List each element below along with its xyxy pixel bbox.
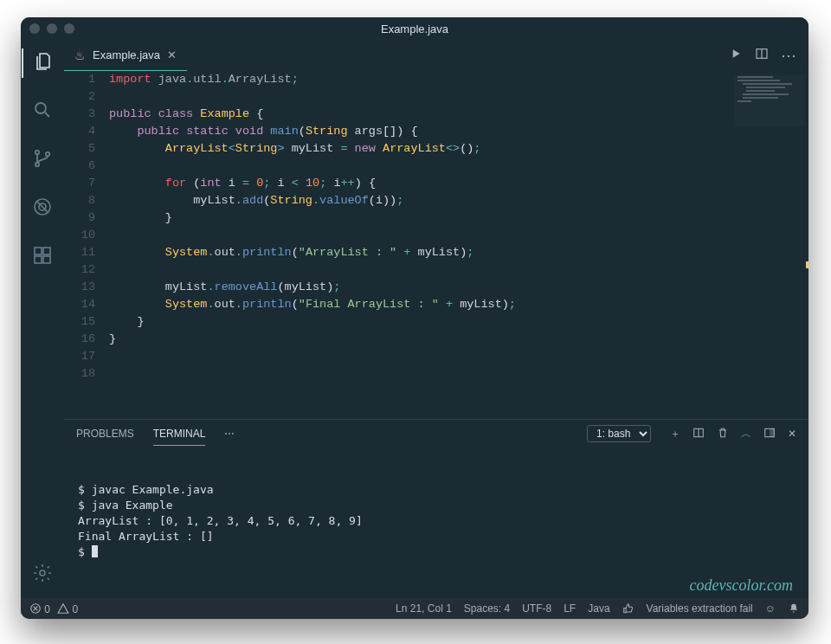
svg-point-10 [40, 570, 45, 576]
search-icon [32, 100, 53, 124]
activity-debug[interactable] [22, 194, 63, 223]
activity-explorer[interactable] [22, 48, 63, 78]
terminal-line: $ javac Example.java [78, 482, 795, 498]
activity-search[interactable] [22, 97, 63, 126]
new-terminal-button[interactable]: ＋ [670, 427, 680, 441]
status-bell-icon[interactable] [788, 602, 800, 615]
code-line[interactable]: for (int i = 0; i < 10; i++) { [109, 175, 808, 192]
svg-rect-9 [43, 256, 50, 263]
status-lang[interactable]: Java [588, 602, 609, 615]
line-number: 9 [64, 209, 95, 227]
svg-rect-14 [770, 428, 775, 436]
code-line[interactable]: import java.util.ArrayList; [109, 71, 808, 88]
code-line[interactable]: ArrayList<String> myList = new ArrayList… [109, 140, 808, 158]
close-tab-icon[interactable]: ✕ [167, 48, 177, 61]
editor-actions: ⋯ [717, 40, 808, 71]
code-editor[interactable]: 123456789101112131415161718 import java.… [64, 71, 808, 419]
svg-point-0 [35, 103, 46, 113]
watermark: codevscolor.com [690, 577, 793, 593]
status-spaces[interactable]: Spaces: 4 [464, 602, 510, 615]
code-line[interactable] [109, 227, 808, 244]
status-feedback-icon[interactable]: ☺ [765, 602, 776, 615]
svg-point-3 [46, 152, 49, 156]
maximize-panel-button[interactable] [763, 427, 776, 441]
kill-terminal-button[interactable] [717, 427, 729, 441]
extensions-icon [32, 245, 53, 269]
line-number: 10 [64, 227, 95, 244]
status-cursor[interactable]: Ln 21, Col 1 [396, 602, 452, 615]
code-line[interactable]: } [109, 331, 808, 348]
status-eol[interactable]: LF [564, 602, 576, 615]
code-line[interactable] [109, 365, 808, 383]
code-line[interactable] [109, 348, 808, 365]
svg-rect-6 [35, 248, 42, 254]
line-number: 5 [64, 140, 95, 158]
status-encoding[interactable]: UTF-8 [522, 602, 551, 615]
activity-settings[interactable] [22, 560, 63, 589]
code-line[interactable] [109, 158, 808, 175]
chevron-up-icon[interactable]: ︿ [741, 427, 751, 441]
line-number: 14 [64, 296, 95, 313]
activity-bar [21, 40, 64, 598]
status-errors[interactable]: 0 [29, 602, 50, 615]
terminal-line: $ [78, 544, 795, 560]
code-line[interactable]: public class Example { [109, 106, 808, 123]
gear-icon [32, 563, 53, 587]
run-button[interactable] [729, 47, 743, 64]
editor-area: ♨ Example.java ✕ ⋯ 123456789101112 [64, 40, 808, 598]
traffic-lights [29, 23, 74, 34]
code-line[interactable]: System.out.println("ArrayList : " + myLi… [109, 244, 808, 261]
tab-label: Example.java [93, 48, 160, 61]
close-dot[interactable] [29, 23, 40, 34]
line-number: 4 [64, 123, 95, 140]
line-number: 13 [64, 279, 95, 296]
code-line[interactable]: myList.add(String.valueOf(i)); [109, 192, 808, 209]
tab-example-java[interactable]: ♨ Example.java ✕ [64, 40, 187, 71]
line-number: 1 [64, 71, 95, 88]
status-extra[interactable]: Variables extraction fail [647, 602, 753, 615]
code-line[interactable]: } [109, 313, 808, 331]
svg-point-2 [35, 163, 39, 166]
terminal-line: $ java Example [78, 498, 795, 513]
code-line[interactable]: } [109, 209, 808, 227]
branch-icon [32, 148, 53, 172]
close-panel-button[interactable]: ✕ [788, 428, 796, 440]
zoom-dot[interactable] [64, 23, 74, 34]
line-number: 12 [64, 261, 95, 279]
status-bar: 0 0 Ln 21, Col 1 Spaces: 4 UTF-8 LF Java… [21, 598, 808, 619]
panel-tab-terminal[interactable]: TERMINAL [153, 422, 206, 446]
code-line[interactable] [109, 261, 808, 279]
split-editor-button[interactable] [755, 47, 769, 64]
line-number: 2 [64, 88, 95, 106]
code-line[interactable] [109, 88, 808, 106]
line-number: 3 [64, 106, 95, 123]
code-line[interactable]: System.out.println("Final ArrayList : " … [109, 296, 808, 313]
minimap[interactable] [734, 74, 805, 126]
panel-tab-problems[interactable]: PROBLEMS [76, 422, 134, 445]
status-warnings[interactable]: 0 [57, 602, 78, 615]
code-line[interactable]: myList.removeAll(myList); [109, 279, 808, 296]
terminal-line: ArrayList : [0, 1, 2, 3, 4, 5, 6, 7, 8, … [78, 513, 795, 529]
line-number: 16 [64, 331, 95, 348]
svg-rect-8 [35, 256, 42, 263]
svg-rect-7 [43, 248, 50, 254]
split-terminal-button[interactable] [692, 427, 705, 441]
terminal-selector[interactable]: 1: bash [587, 425, 651, 442]
code-content[interactable]: import java.util.ArrayList; public class… [109, 71, 808, 419]
terminal-line: Final ArrayList : [] [78, 529, 795, 544]
line-number: 8 [64, 192, 95, 209]
activity-extensions[interactable] [22, 242, 63, 272]
panel-more-button[interactable]: ⋯ [224, 428, 235, 440]
terminal-output[interactable]: $ javac Example.java$ java ExampleArrayL… [64, 448, 808, 598]
window-title: Example.java [21, 23, 808, 35]
line-number: 11 [64, 244, 95, 261]
minimize-dot[interactable] [47, 23, 57, 34]
more-actions-button[interactable]: ⋯ [781, 46, 796, 65]
titlebar: Example.java [21, 17, 808, 40]
code-line[interactable]: public static void main(String args[]) { [109, 123, 808, 140]
tab-bar: ♨ Example.java ✕ ⋯ [64, 40, 808, 71]
line-number: 7 [64, 175, 95, 192]
status-thumbsup-icon[interactable] [622, 602, 635, 615]
activity-scm[interactable] [22, 145, 63, 175]
java-file-icon: ♨ [74, 48, 86, 62]
